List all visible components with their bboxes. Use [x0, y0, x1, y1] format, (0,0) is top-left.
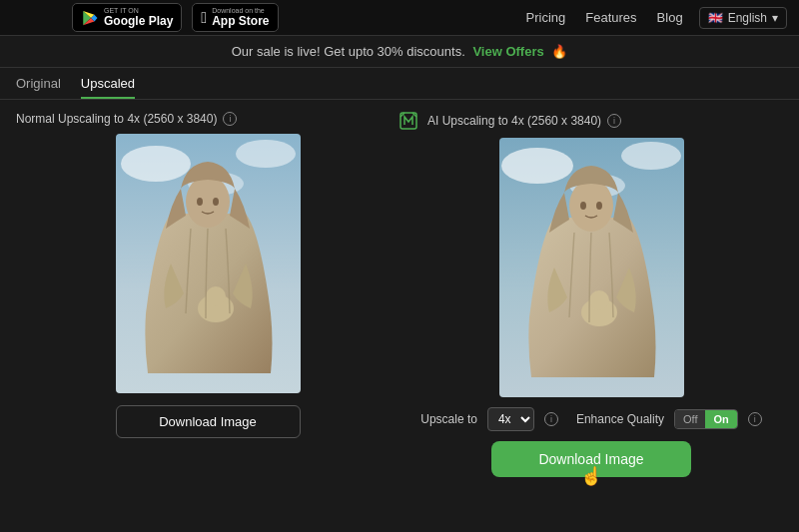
fire-emoji: 🔥: [551, 44, 567, 59]
upscale-to-label: Upscale to: [420, 412, 477, 426]
toggle-off-button[interactable]: Off: [675, 410, 705, 428]
appstore-sub: Download on the: [212, 7, 269, 14]
lang-flag: 🇬🇧: [708, 11, 723, 25]
view-offers-link[interactable]: View Offers: [472, 44, 543, 59]
enhance-info-icon[interactable]: i: [748, 412, 762, 426]
lang-label: English: [728, 11, 767, 25]
sale-text: Our sale is live! Get upto 30% discounts…: [232, 44, 465, 59]
language-selector[interactable]: 🇬🇧 English ▾: [699, 7, 787, 29]
svg-point-8: [206, 286, 226, 306]
toggle-on-button[interactable]: On: [705, 410, 736, 428]
ai-upscale-icon: [400, 112, 417, 130]
normal-image-box: [116, 134, 301, 393]
cursor-icon: ☝: [580, 465, 602, 487]
svg-point-14: [569, 180, 613, 232]
apple-icon: : [201, 9, 207, 27]
tabs-bar: Original Upscaled: [0, 68, 799, 100]
enhance-toggle[interactable]: Off On: [674, 409, 738, 429]
ai-image-box: [499, 138, 684, 397]
svg-point-5: [197, 198, 203, 206]
svg-point-15: [580, 202, 586, 210]
svg-point-11: [501, 148, 573, 184]
nav-links: Pricing Features Blog: [526, 10, 683, 25]
svg-point-18: [589, 290, 609, 310]
svg-point-4: [186, 176, 230, 228]
sale-banner: Our sale is live! Get upto 30% discounts…: [0, 36, 799, 68]
upscale-select[interactable]: 4x 2x 8x: [487, 407, 534, 431]
svg-point-1: [121, 146, 191, 182]
chevron-down-icon: ▾: [772, 11, 778, 25]
nav-store-links: GET IT ON Google Play  Download on the …: [72, 3, 279, 32]
controls-row: Upscale to 4x 2x 8x i Enhance Quality Of…: [420, 407, 762, 431]
ai-upscale-label: AI Upscaling to 4x (2560 x 3840): [427, 114, 601, 128]
svg-point-16: [596, 202, 602, 210]
tab-upscaled[interactable]: Upscaled: [81, 76, 135, 99]
svg-point-2: [236, 140, 296, 168]
tab-original[interactable]: Original: [16, 76, 61, 99]
navbar: GET IT ON Google Play  Download on the …: [0, 0, 799, 36]
ai-info-icon[interactable]: i: [607, 114, 621, 128]
upscale-info-icon[interactable]: i: [544, 412, 558, 426]
normal-info-icon[interactable]: i: [223, 112, 237, 126]
blog-link[interactable]: Blog: [657, 10, 683, 25]
svg-point-6: [213, 198, 219, 206]
normal-upscale-label: Normal Upscaling to 4x (2560 x 3840): [16, 112, 217, 126]
normal-upscale-header: Normal Upscaling to 4x (2560 x 3840) i: [16, 112, 237, 126]
svg-point-12: [621, 142, 681, 170]
download-ai-container: Download Image ☝: [491, 431, 691, 477]
features-link[interactable]: Features: [585, 10, 636, 25]
google-play-label: Google Play: [104, 14, 173, 28]
appstore-label: App Store: [212, 14, 269, 28]
google-play-button[interactable]: GET IT ON Google Play: [72, 3, 182, 32]
main-content: Normal Upscaling to 4x (2560 x 3840) i: [0, 100, 799, 523]
ai-upscale-header: AI Upscaling to 4x (2560 x 3840) i: [400, 112, 621, 130]
ai-upscale-panel: AI Upscaling to 4x (2560 x 3840) i: [400, 112, 783, 511]
enhance-quality-label: Enhance Quality: [576, 412, 664, 426]
app-store-button[interactable]:  Download on the App Store: [192, 3, 278, 32]
download-normal-button[interactable]: Download Image: [116, 405, 301, 438]
pricing-link[interactable]: Pricing: [526, 10, 566, 25]
normal-upscale-panel: Normal Upscaling to 4x (2560 x 3840) i: [16, 112, 400, 511]
google-play-sub: GET IT ON: [104, 7, 173, 14]
